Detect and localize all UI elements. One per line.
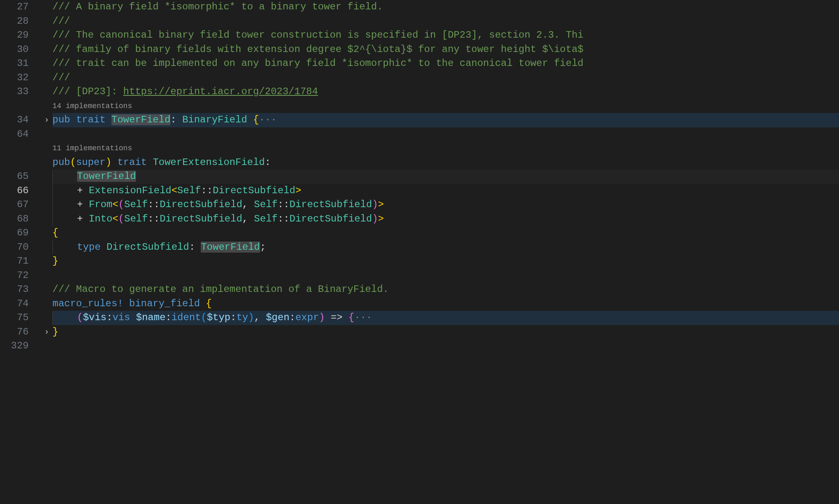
line-number: 71 [0,254,29,269]
line-number: 32 [0,71,29,85]
line-number: 31 [0,57,29,71]
doc-comment: /// trait can be implemented on any bina… [52,58,583,69]
code-area[interactable]: /// A binary field *isomorphic* to a bin… [52,0,839,353]
code-editor[interactable]: 27 28 29 30 31 32 33 34 64 65 66 67 68 6… [0,0,839,353]
line-number: 30 [0,43,29,57]
line-number: 73 [0,283,29,297]
fold-chevron-icon[interactable]: › [41,113,52,127]
line-number [0,99,29,113]
line-number: 33 [0,85,29,99]
line-number: 29 [0,28,29,43]
line-number [0,156,29,170]
line-number: 28 [0,14,29,29]
trait-name: TowerField [111,114,170,125]
line-number: 75 [0,311,29,325]
type-ref: TowerField [77,171,136,182]
doc-comment: /// [52,16,70,27]
doc-comment: /// [52,72,70,83]
line-number: 74 [0,297,29,311]
cursor-line[interactable]: TowerField [52,170,839,184]
macro-name: binary_field [129,298,200,309]
fold-gutter: › › [41,0,52,353]
codelens-implementations[interactable]: 11 implementations [52,141,839,156]
doc-comment: /// A binary field *isomorphic* to a bin… [52,1,383,12]
line-number: 72 [0,269,29,283]
line-number: 67 [0,198,29,212]
line-number: 329 [0,339,29,353]
line-number: 64 [0,127,29,142]
doc-link[interactable]: https://eprint.iacr.org/2023/1784 [123,86,318,97]
code-line-folded[interactable]: ($vis:vis $name:ident($typ:ty), $gen:exp… [52,311,839,325]
line-number-active: 66 [0,184,29,198]
fold-ellipsis-icon[interactable]: ··· [259,114,277,125]
trait-name: TowerExtensionField [153,157,265,168]
doc-comment: /// [DP23]: [52,86,123,97]
doc-comment: /// The canonical binary field tower con… [52,29,583,41]
code-line-folded[interactable]: pub trait TowerField: BinaryField {··· [52,113,839,127]
type-ref: TowerField [201,242,260,253]
line-number: 76 [0,325,29,339]
line-number: 34 [0,113,29,127]
line-number-gutter: 27 28 29 30 31 32 33 34 64 65 66 67 68 6… [0,0,41,353]
doc-comment: /// Macro to generate an implementation … [52,284,389,295]
fold-ellipsis-icon[interactable]: ··· [354,312,372,323]
line-number: 69 [0,226,29,240]
doc-comment: /// family of binary fields with extensi… [52,44,583,55]
line-number: 70 [0,240,29,255]
line-number: 68 [0,212,29,226]
fold-chevron-icon[interactable]: › [41,325,52,339]
line-number [0,141,29,156]
line-number: 27 [0,0,29,14]
line-number: 65 [0,170,29,184]
codelens-implementations[interactable]: 14 implementations [52,99,839,113]
